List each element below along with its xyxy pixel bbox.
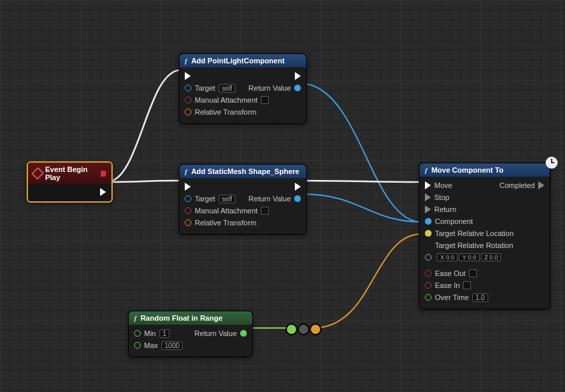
event-icon xyxy=(31,167,44,180)
pin-manual-attachment[interactable]: Manual Attachment xyxy=(185,207,269,215)
pin-completed-exec[interactable]: Completed xyxy=(500,181,544,189)
node-header[interactable]: f Random Float in Range xyxy=(129,311,252,325)
pin-target-relative-rotation[interactable] xyxy=(425,254,432,261)
pin-return-exec[interactable]: Return xyxy=(425,205,456,213)
pin-min[interactable]: Min1 xyxy=(134,329,169,338)
pin-return-value[interactable]: Return Value xyxy=(249,195,301,203)
checkbox[interactable] xyxy=(261,207,269,215)
rotation-fields[interactable]: X 0.0 Y 0.0 Z 0.0 xyxy=(437,253,501,261)
pin-component[interactable]: Component xyxy=(425,217,473,225)
function-icon: f xyxy=(185,167,187,175)
exec-out-pin[interactable] xyxy=(295,72,301,80)
node-add-pointlight[interactable]: f Add PointLightComponent Target self Re… xyxy=(179,53,307,124)
node-move-component-to[interactable]: f Move Component To Move Completed Stop … xyxy=(419,163,550,309)
pin-over-time[interactable]: Over Time1.0 xyxy=(425,293,488,302)
pin-target[interactable]: Target self xyxy=(185,84,235,93)
pin-relative-transform[interactable]: Relative Transform xyxy=(185,219,256,227)
latent-icon xyxy=(546,157,558,169)
node-event-begin-play[interactable]: Event Begin Play xyxy=(27,161,113,203)
function-icon: f xyxy=(134,314,137,322)
reroute-pin[interactable] xyxy=(286,323,298,335)
breakpoint-indicator[interactable] xyxy=(101,171,106,177)
pin-return-value[interactable]: Return Value xyxy=(249,84,301,92)
reroute-pin[interactable] xyxy=(310,323,322,335)
node-header[interactable]: Event Begin Play xyxy=(28,163,111,184)
label-target-relative-rotation: Target Relative Rotation xyxy=(435,241,513,249)
node-header[interactable]: f Add StaticMesh Shape_Sphere xyxy=(179,165,306,178)
reroute-pin[interactable] xyxy=(298,323,310,335)
pin-target[interactable]: Target self xyxy=(185,195,235,203)
function-icon: f xyxy=(185,57,187,65)
pin-return-value[interactable]: Return Value xyxy=(195,329,247,337)
checkbox[interactable] xyxy=(261,96,269,104)
exec-out-pin[interactable] xyxy=(295,183,301,191)
node-random-float-in-range[interactable]: f Random Float in Range Min1 Return Valu… xyxy=(128,311,253,357)
node-header[interactable]: f Move Component To xyxy=(420,163,550,177)
pin-ease-in[interactable]: Ease In xyxy=(425,281,471,289)
pin-stop-exec[interactable]: Stop xyxy=(425,193,450,201)
pin-relative-transform[interactable]: Relative Transform xyxy=(185,108,256,116)
node-add-staticmesh[interactable]: f Add StaticMesh Shape_Sphere Target sel… xyxy=(179,164,307,235)
node-title: Add StaticMesh Shape_Sphere xyxy=(191,167,300,175)
node-title: Event Begin Play xyxy=(45,165,97,181)
function-icon: f xyxy=(425,166,428,174)
node-title: Move Component To xyxy=(432,166,504,174)
node-title: Random Float in Range xyxy=(141,314,223,322)
exec-in-pin[interactable] xyxy=(185,183,191,191)
exec-in-pin[interactable] xyxy=(185,72,191,80)
checkbox[interactable] xyxy=(463,281,471,289)
pin-move-exec[interactable]: Move xyxy=(425,181,452,189)
node-title: Add PointLightComponent xyxy=(191,57,285,65)
pin-target-relative-location[interactable]: Target Relative Location xyxy=(425,229,514,237)
checkbox[interactable] xyxy=(469,269,477,277)
exec-out-pin[interactable] xyxy=(100,188,106,196)
pin-manual-attachment[interactable]: Manual Attachment xyxy=(185,96,269,104)
pin-ease-out[interactable]: Ease Out xyxy=(425,269,477,277)
pin-max[interactable]: Max1000 xyxy=(134,341,183,350)
node-header[interactable]: f Add PointLightComponent xyxy=(179,54,306,67)
